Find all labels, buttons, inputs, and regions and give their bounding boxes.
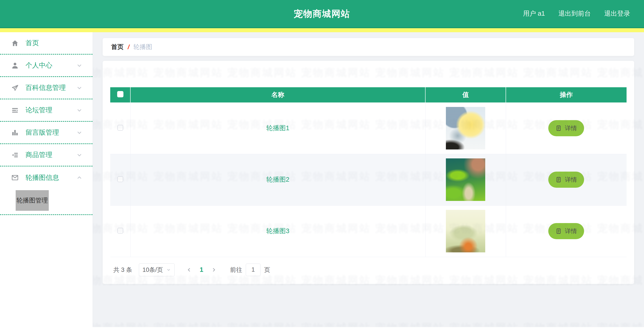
- sidebar-item-wiki-management[interactable]: 百科信息管理: [0, 77, 92, 99]
- user-icon: [11, 61, 19, 70]
- sidebar-item-product-management[interactable]: 商品管理: [0, 144, 92, 166]
- main-content: 宠物商城网站 宠物商城网站 宠物商城网站 宠物商城网站 宠物商城网站 宠物商城网…: [93, 32, 644, 327]
- carousel-table-card: 名称 值 操作 轮播图1: [103, 61, 634, 284]
- chevron-up-icon: [76, 174, 83, 181]
- page-suffix-label: 页: [264, 266, 270, 274]
- table-row: 轮播图1 详情: [110, 103, 626, 154]
- fold-list-icon: [11, 151, 19, 159]
- detail-button[interactable]: 详情: [548, 120, 584, 136]
- table-row: 轮播图2 详情: [110, 154, 626, 205]
- sidebar-item-home[interactable]: 首页: [0, 32, 92, 55]
- column-header-name: 名称: [130, 87, 425, 103]
- breadcrumb-home-link[interactable]: 首页: [111, 43, 124, 51]
- row-checkbox[interactable]: [118, 176, 123, 182]
- banner-image: [446, 107, 485, 149]
- carousel-name-link[interactable]: 轮播图3: [266, 227, 289, 234]
- app-header: 宠物商城网站 用户 a1 退出到前台 退出登录: [0, 0, 644, 28]
- list-icon: [11, 106, 19, 115]
- carousel-name-link[interactable]: 轮播图2: [266, 176, 289, 183]
- column-header-value: 值: [425, 87, 506, 103]
- detail-button[interactable]: 详情: [548, 223, 584, 239]
- goto-page-group: 前往 页: [230, 263, 270, 276]
- page-number-1[interactable]: 1: [195, 266, 208, 273]
- sidebar-subitem-carousel-management[interactable]: 轮播图管理: [16, 190, 49, 211]
- exit-to-front-link[interactable]: 退出到前台: [558, 9, 591, 18]
- sidebar-item-carousel-info[interactable]: 轮播图信息: [0, 166, 92, 189]
- sidebar-menu: 首页 个人中心 百科信息管理 论坛管理: [0, 32, 93, 327]
- goto-label: 前往: [230, 266, 242, 274]
- next-page-button[interactable]: [208, 264, 219, 275]
- sidebar-item-personal-center[interactable]: 个人中心: [0, 55, 92, 77]
- document-icon: [556, 228, 562, 234]
- breadcrumb: 首页 / 轮播图: [103, 38, 634, 56]
- sidebar-item-forum-management[interactable]: 论坛管理: [0, 99, 92, 122]
- breadcrumb-current: 轮播图: [134, 43, 152, 51]
- chevron-down-icon: [76, 62, 83, 69]
- pagination: 共 3 条 10条/页 1 前往 页: [110, 263, 626, 276]
- toolbar-space: [110, 68, 626, 87]
- carousel-name-link[interactable]: 轮播图1: [266, 124, 289, 132]
- chevron-down-icon: [76, 107, 83, 114]
- select-all-checkbox[interactable]: [117, 91, 124, 97]
- row-checkbox[interactable]: [118, 228, 123, 234]
- document-icon: [556, 177, 562, 183]
- bar-chart-icon: [11, 128, 19, 137]
- row-checkbox[interactable]: [118, 125, 123, 131]
- document-icon: [556, 125, 562, 131]
- promotion-icon: [11, 84, 19, 92]
- page-title: 宠物商城网站: [294, 8, 350, 20]
- sidebar-item-message-board-management[interactable]: 留言版管理: [0, 122, 92, 144]
- logout-link[interactable]: 退出登录: [604, 9, 630, 18]
- chevron-down-icon: [76, 129, 83, 136]
- column-header-action: 操作: [506, 87, 626, 103]
- current-user-label[interactable]: 用户 a1: [523, 9, 545, 18]
- chevron-down-icon: [166, 267, 171, 272]
- home-icon: [11, 39, 19, 48]
- carousel-table: 名称 值 操作 轮播图1: [110, 87, 626, 257]
- pagination-total: 共 3 条: [113, 266, 132, 274]
- chevron-down-icon: [76, 85, 83, 91]
- breadcrumb-separator: /: [128, 43, 130, 51]
- accent-stripe: [0, 28, 644, 32]
- detail-button[interactable]: 详情: [548, 172, 584, 188]
- goto-page-input[interactable]: [246, 263, 260, 276]
- sidebar-submenu-carousel: 轮播图管理: [0, 189, 92, 215]
- chevron-down-icon: [76, 152, 83, 158]
- table-row: 轮播图3 详情: [110, 205, 626, 257]
- prev-page-button[interactable]: [184, 264, 195, 275]
- banner-image: [446, 158, 485, 201]
- header-actions: 用户 a1 退出到前台 退出登录: [523, 9, 644, 18]
- page-size-select[interactable]: 10条/页: [139, 263, 175, 276]
- banner-image: [446, 210, 485, 252]
- select-all-header-cell: [110, 87, 130, 103]
- table-header-row: 名称 值 操作: [110, 87, 626, 103]
- envelope-icon: [11, 173, 19, 182]
